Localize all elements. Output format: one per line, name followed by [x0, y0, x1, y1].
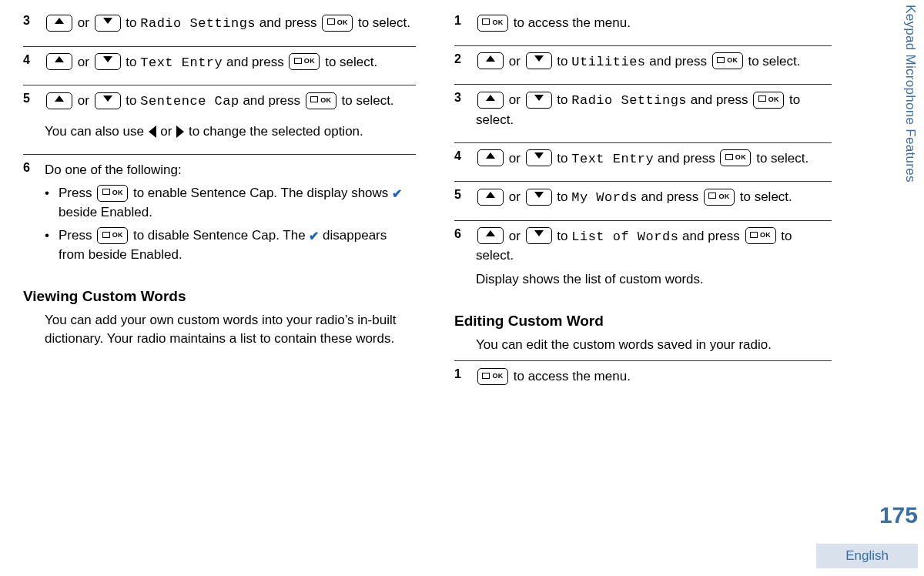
step-2-right: 2 or to Utilities and press OK to select…: [454, 46, 832, 85]
ok-key-icon: OK: [322, 15, 353, 32]
ok-key-icon: OK: [704, 189, 735, 206]
step-number: 1: [454, 367, 476, 391]
svg-marker-3: [103, 56, 112, 62]
menu-target: Text Entry: [140, 55, 223, 70]
svg-marker-6: [486, 55, 495, 62]
down-key-icon: [526, 52, 552, 69]
step-number: 5: [23, 92, 45, 146]
side-tab-label: Keypad Microphone Features: [902, 5, 918, 236]
step-3-right: 3 or to Radio Settings and press OK to s…: [454, 85, 832, 142]
svg-marker-7: [534, 55, 544, 62]
ok-key-icon: OK: [712, 52, 743, 69]
step-body: or to Radio Settings and press OK to sel…: [45, 14, 416, 39]
ok-key-icon: OK: [306, 92, 336, 109]
step-number: 3: [23, 14, 45, 39]
up-key-icon: [477, 227, 504, 244]
word-to: to: [126, 15, 136, 30]
step-6-right: 6 or to List of Words and press OK to se…: [454, 221, 832, 302]
ok-key-icon: OK: [720, 149, 751, 166]
left-arrow-icon: [149, 126, 156, 138]
svg-marker-5: [103, 95, 112, 102]
step-5-left: 5 or to Sentence Cap and press OK to sel…: [23, 85, 416, 154]
svg-marker-10: [486, 152, 495, 159]
step-body: or to Utilities and press OK to select.: [476, 52, 832, 77]
step-intro: Do one of the following:: [45, 161, 416, 180]
down-key-icon: [95, 53, 121, 70]
bullet-list: • Press OK to enable Sentence Cap. The d…: [45, 184, 416, 265]
svg-marker-13: [534, 192, 544, 198]
list-item: • Press OK to disable Sentence Cap. The …: [45, 226, 416, 264]
access-menu-text: to access the menu.: [514, 369, 631, 383]
step-body: or to My Words and press OK to select.: [476, 188, 832, 213]
step-body: or to Text Entry and press OK to select.: [45, 53, 416, 78]
up-key-icon: [477, 149, 504, 166]
check-icon: ✔: [309, 227, 319, 245]
left-column: 3 or to Radio Settings and press OK to s…: [23, 8, 439, 524]
section-paragraph: You can edit the custom words saved in y…: [476, 336, 832, 355]
ok-key-icon: OK: [97, 227, 128, 244]
svg-marker-8: [486, 95, 495, 101]
menu-target: Sentence Cap: [140, 94, 239, 109]
step-number: 6: [454, 227, 476, 294]
step-tail: Display shows the list of custom words.: [476, 270, 832, 290]
down-key-icon: [526, 92, 552, 109]
step-number: 4: [454, 149, 476, 174]
word-to-select: to select.: [358, 15, 410, 30]
step-body: or to Sentence Cap and press OK to selec…: [45, 92, 416, 146]
step-body: Do one of the following: • Press OK to e…: [45, 161, 416, 270]
svg-marker-0: [55, 18, 64, 24]
list-item: • Press OK to enable Sentence Cap. The d…: [45, 184, 416, 222]
up-key-icon: [477, 92, 504, 109]
step-4-left: 4 or to Text Entry and press OK to selec…: [23, 47, 416, 86]
note-text-a: You can also use: [45, 124, 144, 139]
bullet-icon: •: [45, 226, 59, 264]
check-icon: ✔: [392, 185, 402, 203]
down-key-icon: [526, 149, 552, 166]
svg-marker-14: [486, 230, 495, 236]
step-body: or to Radio Settings and press OK to sel…: [476, 91, 832, 134]
word-and-press: and press: [259, 15, 317, 30]
step-4-right: 4 or to Text Entry and press OK to selec…: [454, 143, 832, 183]
down-key-icon: [95, 15, 121, 32]
menu-target: Utilities: [571, 55, 645, 69]
bullet-text: to disable Sentence Cap. The: [133, 228, 306, 243]
access-menu-text: to access the menu.: [514, 15, 631, 30]
step-number: 6: [23, 161, 45, 270]
language-badge: English: [816, 544, 918, 568]
note-text-b: to change the selected option.: [189, 124, 363, 139]
step-body: or to Text Entry and press OK to select.: [476, 149, 832, 174]
step-number: 2: [454, 52, 476, 77]
step-number: 4: [23, 53, 45, 78]
step-number: 5: [454, 188, 476, 213]
down-key-icon: [526, 227, 552, 244]
bullet-text: to enable Sentence Cap. The display show…: [133, 186, 388, 200]
right-arrow-icon: [176, 126, 184, 138]
ok-key-icon: OK: [289, 53, 320, 70]
svg-marker-4: [55, 95, 64, 102]
svg-marker-11: [534, 152, 544, 159]
up-key-icon: [46, 15, 72, 32]
svg-marker-2: [55, 56, 64, 62]
step-1-right: 1 OK to access the menu.: [454, 8, 832, 46]
svg-marker-1: [103, 18, 112, 24]
up-key-icon: [477, 52, 504, 69]
ok-key-icon: OK: [477, 15, 508, 32]
step-body: or to List of Words and press OK to sele…: [476, 227, 832, 294]
down-key-icon: [95, 92, 121, 109]
svg-marker-15: [534, 230, 544, 236]
up-key-icon: [477, 189, 504, 206]
step-body: OK to access the menu.: [476, 14, 832, 38]
ok-key-icon: OK: [97, 185, 128, 202]
ok-key-icon: OK: [745, 227, 776, 244]
down-key-icon: [526, 189, 552, 206]
svg-marker-12: [486, 192, 495, 198]
section-heading: Editing Custom Word: [454, 313, 832, 330]
step-number: 3: [454, 91, 476, 134]
ok-key-icon: OK: [753, 92, 784, 109]
section-heading: Viewing Custom Words: [23, 288, 416, 305]
up-key-icon: [46, 53, 72, 70]
menu-target: List of Words: [571, 229, 678, 244]
menu-target: My Words: [571, 190, 638, 205]
step-body: OK to access the menu.: [476, 367, 832, 391]
bullet-text: beside Enabled.: [59, 205, 152, 219]
